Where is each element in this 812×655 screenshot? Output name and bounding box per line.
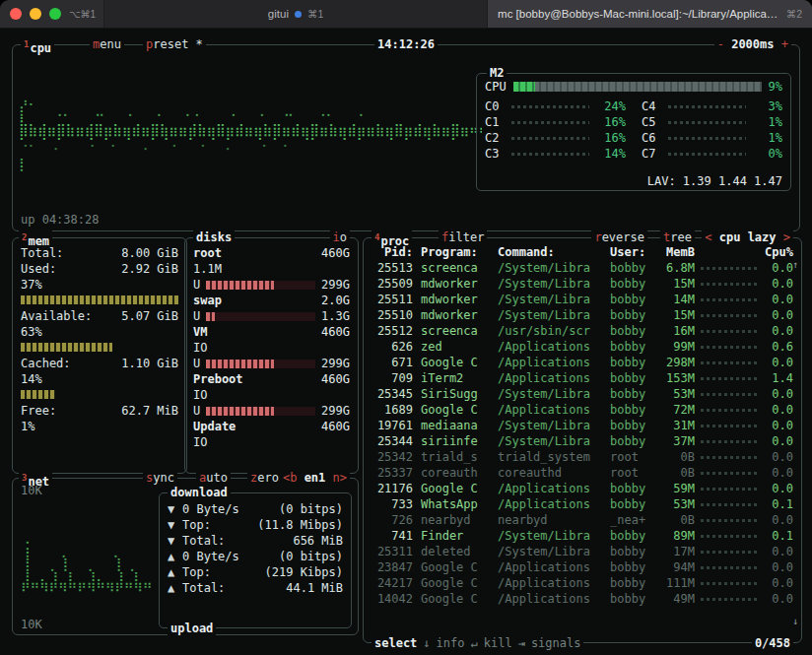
cell-program: screenca bbox=[421, 260, 490, 276]
table-row[interactable]: 25513 screenca /System/Libra bobby 6.8M … bbox=[372, 260, 793, 276]
reverse-button[interactable]: reverse bbox=[591, 229, 647, 245]
core-percent: 0% bbox=[751, 146, 782, 162]
header-memb[interactable]: MemB bbox=[655, 244, 695, 260]
cell-pid: 14042 bbox=[372, 591, 413, 607]
core-percent: 16% bbox=[594, 114, 626, 130]
table-row[interactable]: 25510 mdworker /System/Libra bobby 15M 0… bbox=[372, 307, 793, 323]
table-row[interactable]: 741 Finder /System/Libra bobby 89M 0.1 bbox=[372, 528, 793, 544]
table-row[interactable]: 14042 Google C /Applications bobby 49M 0… bbox=[372, 591, 793, 607]
io-toggle-button[interactable]: io bbox=[330, 229, 350, 245]
rate-decrease-button[interactable]: - bbox=[717, 37, 724, 51]
table-row[interactable]: 726 nearbyd nearbyd _nea+ 0B 0.0 bbox=[372, 512, 793, 528]
disk-used-meter-row: U299G bbox=[193, 277, 350, 293]
interface-switch[interactable]: <b en1 n> bbox=[280, 470, 350, 486]
table-row[interactable]: 25511 mdworker /System/Libra bobby 14M 0… bbox=[372, 292, 793, 307]
menu-button[interactable]: menu bbox=[90, 36, 124, 52]
header-user[interactable]: User: bbox=[610, 244, 655, 260]
cell-memb: 14M bbox=[655, 292, 695, 307]
cell-memb: 31M bbox=[655, 418, 695, 433]
cell-user: bobby bbox=[610, 496, 655, 512]
signals-key[interactable]: signals bbox=[531, 635, 581, 651]
cell-memb: 72M bbox=[655, 402, 695, 418]
sort-next-button[interactable]: > bbox=[783, 230, 790, 244]
core-percent: 14% bbox=[594, 146, 626, 162]
core-meter bbox=[668, 137, 746, 140]
table-row[interactable]: 1689 Google C /Applications bobby 72M 0.… bbox=[372, 402, 793, 418]
zoom-button[interactable] bbox=[49, 8, 61, 20]
cell-cpu: 0.0 bbox=[764, 465, 793, 481]
cell-cpu: 0.0 bbox=[764, 544, 793, 559]
scroll-down-icon[interactable]: ↓ bbox=[792, 617, 798, 626]
table-row[interactable]: 25337 coreauth coreauthd root 0B 0.0 bbox=[372, 465, 793, 481]
table-row[interactable]: 25311 deleted /System/Libra bobby 17M 0.… bbox=[372, 544, 793, 559]
core-percent: 3% bbox=[751, 98, 782, 114]
select-key[interactable]: select bbox=[374, 635, 417, 651]
table-row[interactable]: 24217 Google C /Applications bobby 111M … bbox=[372, 575, 793, 591]
cell-leader bbox=[701, 425, 758, 427]
table-row[interactable]: 709 iTerm2 /Applications bobby 153M 1.4 bbox=[372, 370, 793, 386]
table-row[interactable]: 23847 Google C /Applications bobby 94M 0… bbox=[372, 559, 793, 575]
cell-user: bobby bbox=[610, 355, 655, 370]
table-row[interactable]: 25342 triald_s triald_system root 0B 0.0 bbox=[372, 449, 793, 465]
table-row[interactable]: 25344 siriinfe /System/Libra bobby 37M 0… bbox=[372, 433, 793, 449]
table-row[interactable]: 21176 Google C /Applications bobby 59M 0… bbox=[372, 481, 793, 496]
table-row[interactable]: 25509 mdworker /System/Libra bobby 15M 0… bbox=[372, 276, 793, 292]
sort-prev-button[interactable]: < bbox=[705, 230, 711, 244]
tab-mc[interactable]: mc [bobby@Bobbys-Mac-mini.local]:~/Libra… bbox=[487, 0, 812, 28]
cell-leader bbox=[701, 503, 758, 506]
minimize-button[interactable] bbox=[30, 8, 41, 20]
cell-program: iTerm2 bbox=[421, 370, 490, 386]
kill-key[interactable]: kill bbox=[484, 635, 512, 651]
header-cpu[interactable]: Cpu% bbox=[764, 244, 793, 260]
zero-button[interactable]: zero bbox=[247, 470, 282, 486]
cell-cpu: 0.0 bbox=[764, 386, 793, 402]
cell-program: nearbyd bbox=[421, 512, 490, 528]
disk-io-activity: IO bbox=[193, 434, 350, 450]
cell-program: Google C bbox=[421, 402, 490, 418]
core-meter bbox=[668, 121, 746, 124]
cell-leader bbox=[701, 409, 758, 412]
header-program[interactable]: Program: bbox=[421, 244, 490, 260]
mem-panel-title: 2mem bbox=[19, 229, 52, 245]
cpu-detail-box: M2 CPU 9% C0 24% C1 16% C2 bbox=[476, 73, 791, 191]
auto-button[interactable]: auto bbox=[196, 470, 231, 486]
table-row[interactable]: 25345 SiriSugg /System/Libra bobby 53M 0… bbox=[372, 386, 793, 402]
cell-cpu: 0.0 bbox=[764, 402, 793, 418]
scroll-up-icon[interactable]: ↑ bbox=[792, 260, 798, 270]
cell-leader bbox=[701, 361, 758, 364]
direction-arrow-icon: ▲ bbox=[168, 564, 182, 580]
sync-button[interactable]: sync bbox=[143, 470, 177, 486]
cell-pid: 25511 bbox=[372, 292, 413, 307]
table-row[interactable]: 626 zed /Applications bobby 99M 0.6 bbox=[372, 339, 793, 355]
tab-gitui[interactable]: gitui ⌘1 bbox=[103, 0, 487, 28]
cell-memb: 94M bbox=[655, 559, 695, 575]
net-stat-value: (11.8 Mibps) bbox=[257, 517, 343, 533]
cell-leader bbox=[701, 488, 758, 491]
titlebar-shortcut-hint: ⌥⌘1 bbox=[69, 0, 103, 28]
cell-leader bbox=[701, 377, 758, 380]
proc-selection-count: 0/458 bbox=[752, 635, 793, 651]
net-stat-value: (219 Kibps) bbox=[265, 564, 343, 580]
cell-leader bbox=[701, 582, 758, 585]
table-row[interactable]: 733 WhatsApp /Applications bobby 53M 0.1 bbox=[372, 496, 793, 512]
table-row[interactable]: 25512 screenca /usr/sbin/scr bobby 16M 0… bbox=[372, 323, 793, 339]
tab-activity-dot bbox=[295, 11, 302, 18]
rate-increase-button[interactable]: + bbox=[781, 37, 788, 51]
info-key[interactable]: info bbox=[437, 635, 465, 651]
direction-arrow-icon: ▲ bbox=[168, 549, 182, 564]
preset-button[interactable]: preset * bbox=[143, 36, 206, 52]
header-command[interactable]: Command: bbox=[498, 244, 602, 260]
filter-button[interactable]: filter bbox=[439, 229, 487, 245]
cell-program: coreauth bbox=[421, 465, 490, 481]
core-meter bbox=[511, 153, 589, 156]
cpu-panel: 1cpu menu preset * 14:12:26 - 2000ms + ⢀… bbox=[12, 44, 800, 231]
tree-button[interactable]: tree bbox=[660, 229, 695, 245]
table-row[interactable]: 671 Google C /Applications bobby 298M 0.… bbox=[372, 355, 793, 370]
close-button[interactable] bbox=[10, 8, 22, 20]
cell-cpu: 0.0 bbox=[764, 559, 793, 575]
cell-program: Google C bbox=[421, 559, 490, 575]
net-stat-value: (0 bitps) bbox=[279, 501, 343, 517]
table-row[interactable]: 19761 mediaana /System/Libra bobby 31M 0… bbox=[372, 418, 793, 433]
cell-cpu: 0.0 bbox=[764, 355, 793, 370]
cell-memb: 153M bbox=[655, 370, 695, 386]
